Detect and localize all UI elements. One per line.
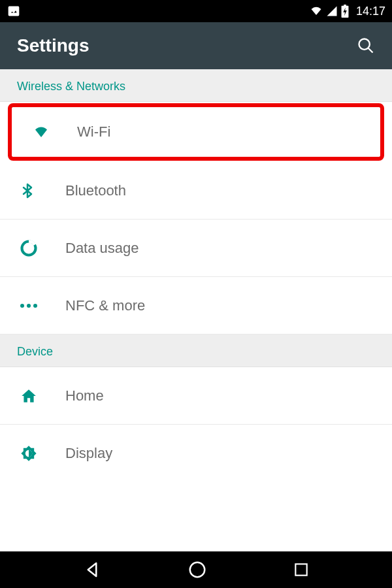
back-button[interactable] [82,560,102,580]
svg-rect-11 [296,564,307,575]
svg-point-8 [33,304,37,308]
settings-item-label: Home [65,387,104,404]
settings-item-label: Wi-Fi [77,123,110,140]
settings-item-wifi[interactable]: Wi-Fi [8,103,384,161]
svg-point-7 [27,304,31,308]
bluetooth-icon [20,181,54,201]
search-button[interactable] [357,37,375,55]
picture-icon [7,5,21,18]
settings-item-data-usage[interactable]: Data usage [0,220,392,277]
home-button[interactable] [188,560,207,580]
display-icon [20,444,54,463]
svg-point-6 [20,304,24,308]
settings-item-label: NFC & more [65,297,145,314]
section-header-wireless: Wireless & Networks [0,69,392,102]
wifi-status-icon [309,5,323,17]
settings-item-home[interactable]: Home [0,367,392,425]
data-usage-icon [20,239,54,257]
svg-rect-2 [344,5,346,7]
svg-point-10 [190,563,205,578]
recents-button[interactable] [293,561,310,578]
settings-item-nfc-more[interactable]: NFC & more [0,277,392,335]
battery-charging-icon [340,5,350,18]
settings-item-bluetooth[interactable]: Bluetooth [0,162,392,220]
settings-item-label: Bluetooth [65,182,126,199]
svg-line-4 [368,48,373,53]
status-bar: 14:17 [0,0,392,22]
signal-icon [326,5,338,17]
settings-item-label: Display [65,445,112,462]
wifi-icon [31,124,65,140]
svg-point-3 [359,39,370,50]
home-icon [20,387,54,404]
status-time: 14:17 [356,5,385,18]
settings-content: Wireless & Networks Wi-Fi Bluetooth Data… [0,69,392,551]
status-right: 14:17 [309,5,385,18]
navigation-bar [0,551,392,588]
section-header-device: Device [0,335,392,367]
more-icon [20,302,54,309]
settings-item-label: Data usage [65,240,139,257]
settings-item-display[interactable]: Display [0,425,392,482]
page-title: Settings [17,35,89,56]
status-left [7,5,21,18]
app-header: Settings [0,22,392,69]
